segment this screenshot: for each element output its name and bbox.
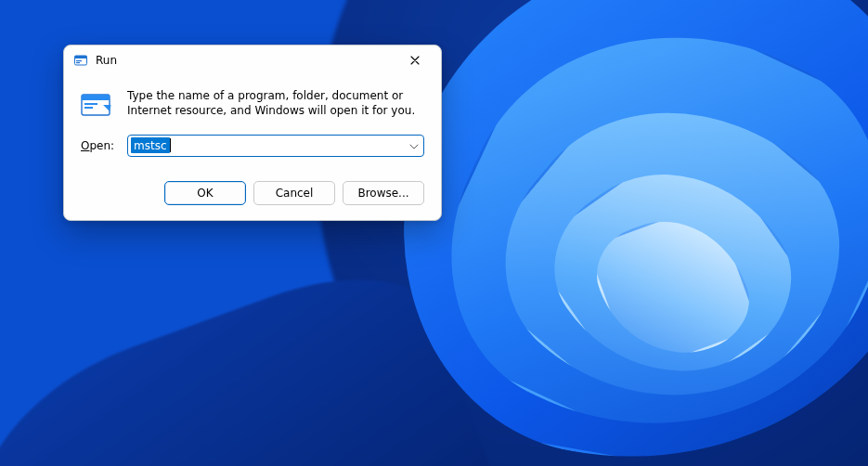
svg-rect-2 <box>76 60 82 61</box>
browse-button[interactable]: Browse... <box>343 181 424 205</box>
ok-button[interactable]: OK <box>164 181 246 205</box>
close-button[interactable] <box>395 47 435 73</box>
run-dialog: Run Type the name o <box>63 45 442 221</box>
open-input[interactable] <box>127 135 424 157</box>
svg-rect-7 <box>84 107 93 109</box>
titlebar[interactable]: Run <box>64 45 441 75</box>
dialog-title: Run <box>96 54 117 67</box>
run-app-icon <box>73 53 88 68</box>
open-label: Open: <box>81 139 118 152</box>
desktop: Run Type the name o <box>0 0 868 466</box>
svg-rect-6 <box>84 103 97 105</box>
dialog-description: Type the name of a program, folder, docu… <box>127 88 424 118</box>
svg-rect-5 <box>82 95 110 100</box>
run-graphic-icon <box>81 90 114 118</box>
close-icon <box>410 56 420 65</box>
svg-rect-3 <box>76 62 80 63</box>
svg-rect-1 <box>75 56 87 58</box>
open-combobox[interactable]: mstsc <box>127 135 424 157</box>
dialog-content: Type the name of a program, folder, docu… <box>64 75 441 168</box>
dialog-button-row: OK Cancel Browse... <box>64 168 441 220</box>
cancel-button[interactable]: Cancel <box>253 181 335 205</box>
